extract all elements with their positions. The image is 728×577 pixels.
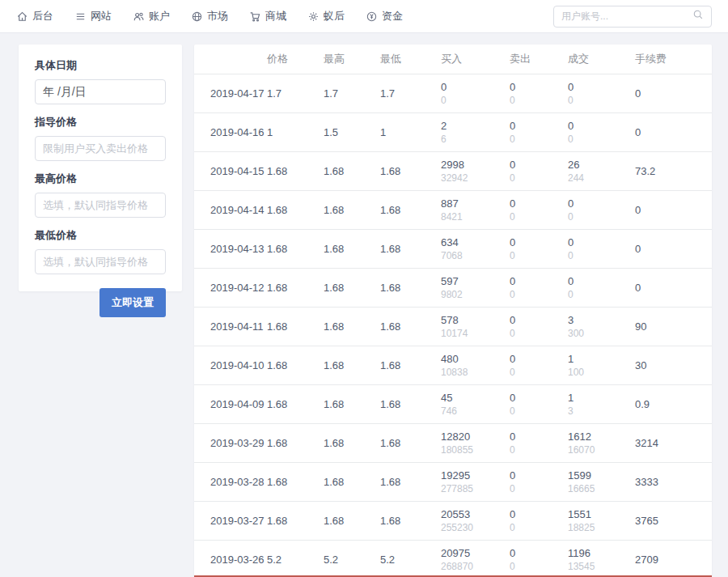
high-cell: 1.68 xyxy=(324,190,380,229)
price-cell: 1.68 xyxy=(267,462,324,501)
price-cell: 1.68 xyxy=(267,423,324,462)
nav-item-backend[interactable]: 后台 xyxy=(16,9,53,23)
deal-cell: 155118825 xyxy=(568,501,635,540)
sell-cell: 00 xyxy=(510,229,568,268)
high-cell: 1.68 xyxy=(324,307,380,346)
nav-item-funds[interactable]: 资金 xyxy=(366,9,403,23)
low-cell: 1.68 xyxy=(380,229,441,268)
col-header-low: 最低 xyxy=(380,45,441,74)
min-price-input[interactable] xyxy=(35,249,166,274)
low-cell: 1.7 xyxy=(380,74,441,112)
sell-cell: 00 xyxy=(510,384,568,423)
fee-cell: 0 xyxy=(635,112,712,151)
list-icon xyxy=(74,11,87,23)
buy-cell: 6347068 xyxy=(441,229,510,268)
home-icon xyxy=(16,11,28,23)
money-icon xyxy=(366,11,378,23)
user-search-box xyxy=(553,6,712,28)
date-cell: 2019-04-13 xyxy=(194,229,267,268)
price-cell: 1.68 xyxy=(267,384,324,423)
price-cell: 1.68 xyxy=(267,307,324,346)
date-cell: 2019-04-12 xyxy=(194,268,267,307)
fee-cell: 0 xyxy=(635,229,712,268)
deal-cell: 00 xyxy=(568,74,635,112)
guide-price-input[interactable] xyxy=(35,136,166,161)
deal-cell: 159916665 xyxy=(568,462,635,501)
date-cell: 2019-04-10 xyxy=(194,346,267,384)
price-setting-panel: 具体日期 年 /月/日 指导价格 最高价格 最低价格 立即设置 xyxy=(19,45,182,291)
date-cell: 2019-04-14 xyxy=(194,190,267,229)
buy-cell: 12820180855 xyxy=(441,423,510,462)
buy-cell: 20553255230 xyxy=(441,501,510,540)
fee-cell: 0 xyxy=(635,74,712,112)
deal-cell: 1100 xyxy=(568,346,635,384)
low-cell: 1.68 xyxy=(380,384,441,423)
nav-item-label: 资金 xyxy=(382,9,403,23)
table-row: 2019-04-121.681.681.68597980200000 xyxy=(194,268,712,307)
table-row: 2019-03-265.25.25.2209752688700011961354… xyxy=(194,540,712,577)
deal-cell: 3300 xyxy=(568,307,635,346)
buy-cell: 19295277885 xyxy=(441,462,510,501)
sell-cell: 00 xyxy=(510,268,568,307)
col-header-deal: 成交 xyxy=(568,45,635,74)
price-cell: 1.68 xyxy=(267,151,324,190)
sell-cell: 00 xyxy=(510,190,568,229)
nav-item-label: 网站 xyxy=(91,9,112,23)
search-icon[interactable] xyxy=(692,9,704,23)
low-cell: 1.68 xyxy=(380,307,441,346)
sell-cell: 00 xyxy=(510,151,568,190)
table-row: 2019-04-111.681.681.685781017400330090 xyxy=(194,307,712,346)
deal-cell: 119613545 xyxy=(568,540,635,577)
low-cell: 1.68 xyxy=(380,268,441,307)
col-header-fee: 手续费 xyxy=(635,45,712,74)
date-cell: 2019-03-29 xyxy=(194,423,267,462)
nav-item-label: 蚁后 xyxy=(324,9,345,23)
nav-item-mall[interactable]: 商城 xyxy=(249,9,286,23)
high-cell: 1.68 xyxy=(324,384,380,423)
date-cell: 2019-03-28 xyxy=(194,462,267,501)
max-price-input[interactable] xyxy=(35,193,166,218)
price-cell: 1.7 xyxy=(267,74,324,112)
deal-cell: 00 xyxy=(568,268,635,307)
top-bar: 后台 网站 账户 市场 商城 xyxy=(0,0,728,33)
date-cell: 2019-03-26 xyxy=(194,540,267,577)
nav-item-market[interactable]: 市场 xyxy=(191,9,228,23)
high-cell: 1.68 xyxy=(324,151,380,190)
sell-cell: 00 xyxy=(510,501,568,540)
gear-icon xyxy=(307,11,320,23)
deal-cell: 26244 xyxy=(568,151,635,190)
buy-cell: 5979802 xyxy=(441,268,510,307)
table-row: 2019-04-151.681.681.68299832942002624473… xyxy=(194,151,712,190)
table-row: 2019-04-141.681.681.68887842100000 xyxy=(194,190,712,229)
low-cell: 1.68 xyxy=(380,151,441,190)
date-input[interactable]: 年 /月/日 xyxy=(35,79,166,104)
sell-cell: 00 xyxy=(510,112,568,151)
fee-cell: 3765 xyxy=(635,501,712,540)
table-row: 2019-04-171.71.71.70000000 xyxy=(194,74,712,112)
nav-item-account[interactable]: 账户 xyxy=(133,9,170,23)
buy-cell: 57810174 xyxy=(441,307,510,346)
nav-item-website[interactable]: 网站 xyxy=(74,9,112,23)
price-cell: 1.68 xyxy=(267,190,324,229)
table-row: 2019-04-131.681.681.68634706800000 xyxy=(194,229,712,268)
sell-cell: 00 xyxy=(510,462,568,501)
search-input[interactable] xyxy=(561,11,692,22)
high-cell: 1.68 xyxy=(324,346,380,384)
users-icon xyxy=(133,11,145,23)
nav-item-antqueen[interactable]: 蚁后 xyxy=(307,9,345,23)
deal-cell: 161216070 xyxy=(568,423,635,462)
high-cell: 1.68 xyxy=(324,501,380,540)
date-label: 具体日期 xyxy=(35,58,166,73)
high-cell: 1.5 xyxy=(324,112,380,151)
date-cell: 2019-04-16 xyxy=(194,112,267,151)
col-header-date xyxy=(194,45,267,74)
high-cell: 1.7 xyxy=(324,74,380,112)
low-cell: 1.68 xyxy=(380,501,441,540)
price-cell: 1.68 xyxy=(267,346,324,384)
date-cell: 2019-04-17 xyxy=(194,74,267,112)
low-cell: 1.68 xyxy=(380,423,441,462)
nav-item-label: 后台 xyxy=(32,9,53,23)
table-header-row: 价格 最高 最低 买入 卖出 成交 手续费 xyxy=(194,45,712,74)
table-row: 2019-04-091.681.681.684574600130.9 xyxy=(194,384,712,423)
submit-button[interactable]: 立即设置 xyxy=(99,288,166,317)
